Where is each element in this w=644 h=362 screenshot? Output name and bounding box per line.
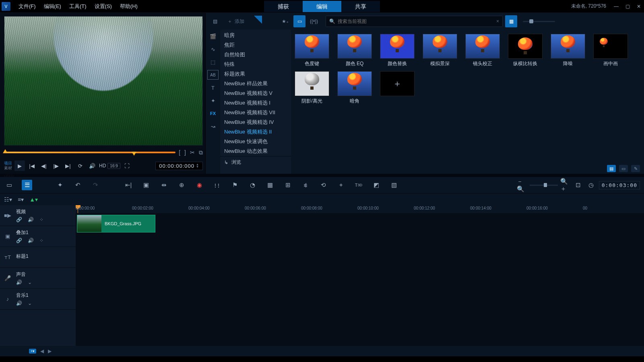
zoom-out-icon[interactable]: －🔍 [517,180,527,190]
browse-label[interactable]: 浏览 [231,159,241,166]
track-motion-icon[interactable]: ⟲ [318,180,328,190]
tree-item[interactable]: NewBlue 样品效果 [220,79,291,88]
gallery-toggle-icon[interactable]: ▤ [209,15,221,27]
play-button[interactable]: ▶ [14,160,25,171]
menu-settings[interactable]: 设置(S) [91,1,116,12]
add-media-button[interactable]: ＋添加 [223,18,248,25]
add-effect-thumb[interactable]: ＋ [378,71,417,105]
next-frame-button[interactable]: |▶ [51,160,61,171]
fit-project-icon[interactable]: ⊡ [573,180,584,190]
track-lane[interactable] [76,297,644,318]
effect-thumb[interactable]: 色度键 [293,34,331,67]
track-link-icon[interactable]: 🔗 [16,238,22,243]
track-vol-icon[interactable]: 🔊 [16,300,22,306]
fit-icon[interactable]: ▣ [141,180,151,190]
pan-zoom-icon[interactable]: ⌖ [336,180,346,190]
search-box[interactable]: 🔍 × [326,16,503,27]
menu-tools[interactable]: 工具(T) [65,1,91,12]
storyboard-mode-icon[interactable]: ▭ [4,180,14,190]
timeline-duration[interactable]: 0:00:03:00 [599,181,640,189]
mixer-icon[interactable]: ⫶⫶ [212,180,222,190]
chapter-icon[interactable]: ◔ [247,180,258,190]
mark-out-icon[interactable]: ] [184,149,186,156]
preview-viewport[interactable] [4,16,203,146]
effect-thumb[interactable]: 画中画 [591,34,630,67]
track-expand-icon[interactable]: ⌄ [28,300,32,306]
effect-thumb[interactable]: 镜头校正 [463,34,502,67]
go-start-button[interactable]: |◀ [27,160,37,171]
storyboard-view-icon[interactable]: ▤ [607,165,616,172]
track-expand-icon[interactable]: ⌄ [28,280,32,285]
cat-audio-icon[interactable]: ∿ [207,44,219,54]
view-grid-icon[interactable]: ▦ [505,15,517,27]
clear-search-icon[interactable]: × [496,19,499,24]
tree-item[interactable]: 自然绘图 [220,50,291,60]
effect-thumb[interactable]: 模拟景深 [421,34,459,67]
track-header[interactable]: ᴛT标题1 [0,247,76,268]
tree-item[interactable]: NewBlue 视频精选 I [220,98,291,108]
color-icon[interactable]: ▧ [389,180,399,190]
mode-project-label[interactable]: 项目 [4,161,12,166]
tree-item[interactable]: 标题效果 [220,69,291,79]
grid-icon[interactable]: ⊞ [283,180,293,190]
snapshot-icon[interactable]: ⧉ [199,149,203,156]
filter-video-icon[interactable]: ▭ [293,15,305,27]
cat-title-t-icon[interactable]: T [207,83,219,93]
track-lane[interactable] [76,255,644,276]
tab-edit[interactable]: 编辑 [303,1,341,12]
mark-in-icon[interactable]: [ [179,149,180,156]
cat-media-icon[interactable]: 🎬 [207,31,219,41]
split-arrows-icon[interactable]: ⇹ [159,180,169,190]
filter-audio-icon[interactable]: ((•)) [308,15,320,27]
close-icon[interactable]: ✕ [635,3,642,10]
marker-icon[interactable]: ⚑ [229,180,240,190]
track-add-icon[interactable]: ≡▾ [18,196,24,203]
track-enable-icon[interactable]: ▲▾ [29,196,38,203]
tree-item[interactable]: NewBlue 动态效果 [220,146,291,156]
insert-icon[interactable]: ⊕ [176,180,187,190]
track-fx-icon[interactable]: ⁘ [39,217,43,222]
effect-thumb[interactable]: 颜色替换 [378,34,417,67]
fullscreen-icon[interactable]: ⛶ [122,160,132,171]
record-icon[interactable]: ◉ [194,180,204,190]
scroll-left-icon[interactable]: ◀ [40,348,44,354]
track-header[interactable]: 🎤声音🔊⌄ [0,268,76,289]
scrub-bar[interactable] [4,152,175,153]
effect-thumb[interactable]: 纵横比转换 [506,34,545,67]
3d-title-icon[interactable]: T3D [353,180,364,190]
tools-icon[interactable]: ✦ [55,180,65,190]
tab-share[interactable]: 共享 [341,1,380,12]
volume-button[interactable]: 🔊 [87,160,97,171]
undo-icon[interactable]: ↶ [72,180,83,190]
effect-thumb[interactable]: 降噪 [549,34,587,67]
cat-path-icon[interactable]: ↝ [207,121,219,131]
mode-clip-label[interactable]: 素材 [4,166,12,171]
track-vol-icon[interactable]: 🔊 [28,217,34,222]
track-header[interactable]: ▣叠加1🔗🔊⁘ [0,226,76,247]
tree-item[interactable]: NewBlue 视频精选 VII [220,108,291,117]
effect-thumb[interactable]: 颜色 EQ [335,34,374,67]
menu-help[interactable]: 帮助(H) [116,1,142,12]
motion-icon[interactable]: 𐇲 [300,180,311,190]
split-icon[interactable]: ✂ [190,149,195,156]
track-lane[interactable]: BKGD_Grass.JPG [76,213,644,234]
cat-transition-icon[interactable]: ⬚ [207,57,219,67]
go-end-button[interactable]: ▶| [63,160,73,171]
loop-button[interactable]: ⟳ [75,160,85,171]
mark-out-handle[interactable] [132,152,136,156]
cat-fx-icon[interactable]: FX [207,109,219,118]
add-track-button[interactable]: +▾ [29,349,36,354]
timeline-clip[interactable]: BKGD_Grass.JPG [77,215,155,232]
maximize-icon[interactable]: ▢ [624,3,631,10]
tree-item[interactable]: NewBlue 视频精选 II [220,127,291,137]
aspect-badge[interactable]: 16:9 [107,163,120,169]
track-header[interactable]: ♪音乐1🔊⌄ [0,289,76,310]
tree-item[interactable]: NewBlue 视频精选 IV [220,117,291,127]
favorites-icon[interactable]: ★₊ [279,15,291,27]
timeline-view-icon[interactable]: ▭ [619,165,628,172]
multi-icon[interactable]: ▦ [265,180,275,190]
thumb-zoom-slider[interactable] [523,21,555,22]
tree-item[interactable]: 焦距 [220,40,291,50]
track-vol-icon[interactable]: 🔊 [28,238,34,243]
search-input[interactable] [338,19,494,24]
